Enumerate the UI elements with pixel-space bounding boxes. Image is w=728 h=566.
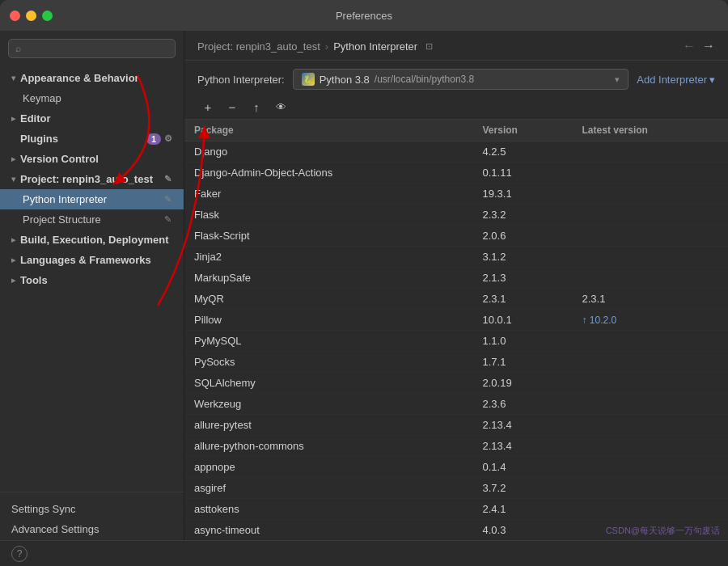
interpreter-version: Python 3.8 bbox=[320, 74, 370, 86]
table-row[interactable]: allure-python-commons2.13.4 bbox=[184, 436, 728, 457]
package-version-cell: 1.7.1 bbox=[473, 352, 573, 373]
package-version-cell: 4.0.3 bbox=[473, 520, 573, 541]
package-version-cell: 2.1.3 bbox=[473, 268, 573, 289]
package-latest-cell bbox=[573, 331, 728, 352]
sidebar-item-project-structure[interactable]: Project Structure ✎ bbox=[0, 209, 184, 230]
table-row[interactable]: MyQR2.3.12.3.1 bbox=[184, 289, 728, 310]
table-row[interactable]: MarkupSafe2.1.3 bbox=[184, 268, 728, 289]
search-box[interactable]: ⌕ bbox=[8, 39, 176, 58]
forward-arrow[interactable]: → bbox=[702, 39, 715, 53]
package-version-cell: 2.0.6 bbox=[473, 226, 573, 247]
sidebar-item-tools[interactable]: ▸ Tools bbox=[0, 270, 184, 290]
remove-package-button[interactable]: − bbox=[222, 98, 243, 116]
nav-arrows: ← → bbox=[683, 39, 715, 53]
breadcrumb-project: Project: renpin3_auto_test bbox=[197, 40, 320, 53]
package-version-cell: 3.7.2 bbox=[473, 478, 573, 499]
package-name-cell: Pillow bbox=[184, 310, 473, 331]
edit-icon: ✎ bbox=[164, 214, 176, 226]
table-row[interactable]: appnope0.1.4 bbox=[184, 457, 728, 478]
package-name-cell: async-timeout bbox=[184, 520, 473, 541]
package-version-cell: 19.3.1 bbox=[473, 184, 573, 205]
maximize-button[interactable] bbox=[42, 11, 53, 21]
interpreter-row: Python Interpreter: 🐍 Python 3.8 /usr/lo… bbox=[184, 61, 728, 95]
back-arrow[interactable]: ← bbox=[683, 39, 696, 53]
sidebar-item-advanced-settings[interactable]: Advanced Settings bbox=[11, 519, 172, 539]
package-latest-cell bbox=[573, 352, 728, 373]
table-row[interactable]: SQLAlchemy2.0.19 bbox=[184, 373, 728, 394]
add-interpreter-chevron: ▾ bbox=[709, 74, 715, 86]
package-name-cell: Jinja2 bbox=[184, 247, 473, 268]
title-bar: Preferences bbox=[0, 0, 728, 31]
package-version-cell: 3.1.2 bbox=[473, 247, 573, 268]
sidebar: ⌕ ▾ Appearance & Behavior Keymap ▸ Edito… bbox=[0, 31, 184, 566]
table-row[interactable]: Django-Admin-Object-Actions0.1.11 bbox=[184, 163, 728, 184]
chevron-icon: ▸ bbox=[11, 235, 15, 244]
package-version-cell: 0.1.11 bbox=[473, 163, 573, 184]
package-latest-cell bbox=[573, 436, 728, 457]
package-name-cell: Werkzeug bbox=[184, 394, 473, 415]
sidebar-item-version-control[interactable]: ▸ Version Control bbox=[0, 149, 184, 169]
dropdown-arrow-icon: ▾ bbox=[615, 74, 620, 85]
col-package: Package bbox=[184, 120, 473, 142]
sidebar-item-languages-frameworks[interactable]: ▸ Languages & Frameworks bbox=[0, 250, 184, 270]
table-row[interactable]: Werkzeug2.3.6 bbox=[184, 394, 728, 415]
package-version-cell: 2.3.6 bbox=[473, 394, 573, 415]
sidebar-item-python-interpreter[interactable]: Python Interpreter ✎ bbox=[0, 189, 184, 209]
breadcrumb-current: Python Interpreter bbox=[333, 40, 417, 53]
package-name-cell: MyQR bbox=[184, 289, 473, 310]
package-latest-cell bbox=[573, 499, 728, 520]
package-version-cell: 10.0.1 bbox=[473, 310, 573, 331]
package-latest-cell bbox=[573, 394, 728, 415]
main-layout: ⌕ ▾ Appearance & Behavior Keymap ▸ Edito… bbox=[0, 31, 728, 566]
table-row[interactable]: Faker19.3.1 bbox=[184, 184, 728, 205]
package-name-cell: Django-Admin-Object-Actions bbox=[184, 163, 473, 184]
package-version-cell: 2.3.1 bbox=[473, 289, 573, 310]
col-latest: Latest version bbox=[573, 120, 728, 142]
right-panel: Project: renpin3_auto_test › Python Inte… bbox=[184, 31, 728, 566]
package-version-cell: 0.1.4 bbox=[473, 457, 573, 478]
table-row[interactable]: allure-pytest2.13.4 bbox=[184, 415, 728, 436]
sidebar-item-editor[interactable]: ▸ Editor bbox=[0, 108, 184, 129]
sidebar-item-keymap[interactable]: Keymap bbox=[0, 88, 184, 108]
chevron-icon: ▸ bbox=[11, 154, 15, 163]
package-name-cell: asgiref bbox=[184, 478, 473, 499]
table-row[interactable]: PyMySQL1.1.0 bbox=[184, 331, 728, 352]
sidebar-item-plugins[interactable]: ▸ Plugins 1 ⚙ bbox=[0, 129, 184, 149]
show-details-button[interactable]: 👁 bbox=[270, 98, 291, 116]
package-name-cell: SQLAlchemy bbox=[184, 373, 473, 394]
search-icon: ⌕ bbox=[15, 43, 21, 54]
package-name-cell: allure-python-commons bbox=[184, 436, 473, 457]
minimize-button[interactable] bbox=[26, 11, 36, 21]
package-version-cell: 2.13.4 bbox=[473, 436, 573, 457]
package-name-cell: Flask bbox=[184, 205, 473, 226]
table-row[interactable]: Jinja23.1.2 bbox=[184, 247, 728, 268]
package-latest-cell bbox=[573, 478, 728, 499]
package-latest-cell bbox=[573, 226, 728, 247]
package-name-cell: allure-pytest bbox=[184, 415, 473, 436]
upgrade-package-button[interactable]: ↑ bbox=[246, 98, 267, 116]
sidebar-item-appearance-behavior[interactable]: ▾ Appearance & Behavior bbox=[0, 68, 184, 88]
sidebar-item-project[interactable]: ▾ Project: renpin3_auto_test ✎ bbox=[0, 169, 184, 189]
search-input[interactable] bbox=[26, 43, 168, 54]
table-row[interactable]: asttokens2.4.1 bbox=[184, 499, 728, 520]
table-row[interactable]: Django4.2.5 bbox=[184, 142, 728, 163]
sidebar-item-build-execution[interactable]: ▸ Build, Execution, Deployment bbox=[0, 230, 184, 250]
add-package-button[interactable]: + bbox=[197, 98, 218, 116]
close-button[interactable] bbox=[10, 11, 20, 21]
interpreter-dropdown[interactable]: 🐍 Python 3.8 /usr/local/bin/python3.8 ▾ bbox=[293, 69, 629, 90]
table-row[interactable]: Flask-Script2.0.6 bbox=[184, 226, 728, 247]
package-table-container[interactable]: Package Version Latest version Django4.2… bbox=[184, 120, 728, 566]
add-interpreter-button[interactable]: Add Interpreter ▾ bbox=[637, 74, 715, 86]
edit-icon: ✎ bbox=[164, 174, 176, 185]
table-row[interactable]: asgiref3.7.2 bbox=[184, 478, 728, 499]
table-row[interactable]: Pillow10.0.1↑ 10.2.0 bbox=[184, 310, 728, 331]
table-row[interactable]: PySocks1.7.1 bbox=[184, 352, 728, 373]
package-version-cell: 4.2.5 bbox=[473, 142, 573, 163]
sidebar-item-settings-sync[interactable]: Settings Sync bbox=[11, 499, 172, 519]
package-latest-cell bbox=[573, 205, 728, 226]
edit-icon: ✎ bbox=[164, 194, 176, 205]
settings-icon: ⚙ bbox=[164, 133, 176, 145]
help-button[interactable]: ? bbox=[11, 546, 28, 562]
window-title: Preferences bbox=[336, 10, 392, 22]
table-row[interactable]: Flask2.3.2 bbox=[184, 205, 728, 226]
